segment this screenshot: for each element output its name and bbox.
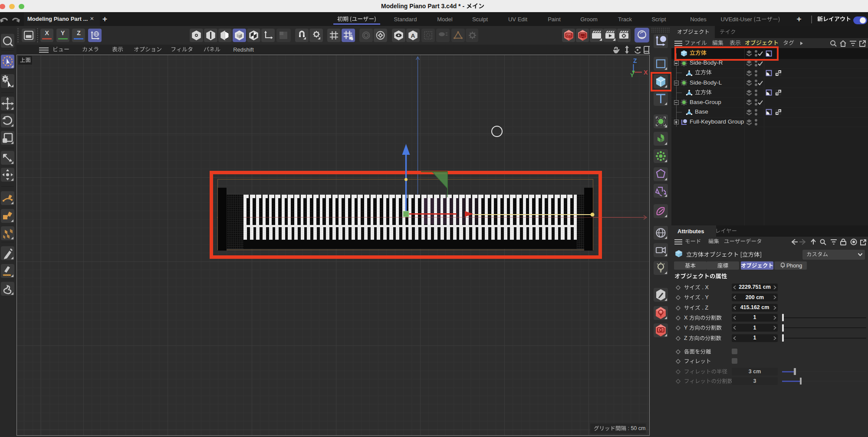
svg-text:Y: Y (630, 72, 634, 77)
svg-text:Z: Z (633, 57, 637, 64)
svg-text:X: X (644, 69, 648, 76)
svg-text:RV: RV (566, 33, 571, 37)
svg-text:A: A (411, 33, 415, 39)
